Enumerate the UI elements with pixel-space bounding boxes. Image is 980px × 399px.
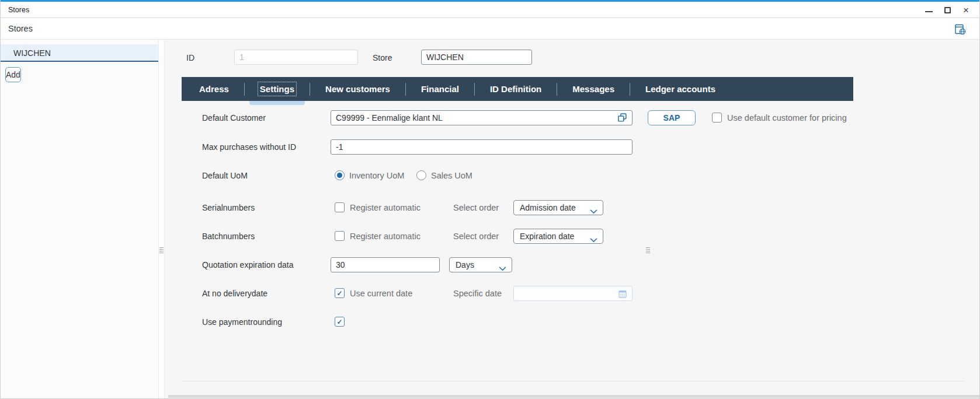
horizontal-scrollbar[interactable]	[168, 395, 979, 398]
max-purchases-input[interactable]	[331, 139, 633, 155]
pricing-checkbox[interactable]	[712, 113, 722, 123]
row-quotation-expiration: Quotation expiration data Days	[165, 257, 979, 272]
quotation-unit-dropdown[interactable]: Days	[449, 257, 512, 272]
value-help-icon[interactable]	[617, 113, 627, 125]
panel-grip-icon[interactable]	[646, 247, 650, 253]
window-title: Stores	[8, 2, 29, 18]
add-store-button[interactable]: Add	[5, 67, 21, 82]
print-icon	[954, 23, 967, 36]
row-default-uom: Default UoM Inventory UoM Sales UoM	[165, 168, 979, 183]
sidebar-splitter[interactable]	[158, 40, 165, 399]
maximize-button[interactable]	[942, 4, 953, 16]
row-no-deliverydate: At no deliverydate ✓ Use current date Sp…	[165, 286, 979, 301]
page-title: Stores	[8, 18, 33, 40]
paymentrounding-checkbox[interactable]: ✓	[335, 317, 345, 327]
pricing-checkbox-label: Use default customer for pricing	[727, 113, 847, 123]
store-input[interactable]	[421, 50, 532, 65]
serialnumbers-label: Serialnumbers	[202, 203, 255, 212]
sales-uom-label: Sales UoM	[431, 171, 472, 180]
minimize-icon	[925, 11, 933, 12]
check-icon: ✓	[336, 290, 342, 297]
row-serialnumbers: Serialnumbers Register automatic Select …	[165, 200, 979, 215]
max-purchases-label: Max purchases without ID	[202, 142, 296, 152]
default-uom-label: Default UoM	[202, 171, 248, 180]
id-label: ID	[186, 53, 194, 62]
row-default-customer: Default Customer SAP Use default custome…	[165, 110, 979, 125]
use-current-date-label: Use current date	[350, 289, 412, 298]
sales-uom-radio[interactable]	[416, 170, 426, 180]
serial-order-dropdown[interactable]: Admission date	[513, 200, 603, 215]
no-deliverydate-label: At no deliverydate	[202, 289, 267, 298]
sidebar-item-label: WIJCHEN	[13, 48, 51, 58]
specific-date-label: Specific date	[453, 289, 502, 298]
tab-bar: Adress Settings New customers Financial …	[182, 77, 853, 101]
close-icon: ×	[963, 5, 969, 15]
inventory-uom-label: Inventory UoM	[349, 171, 404, 180]
tab-ledger-accounts[interactable]: Ledger accounts	[630, 77, 731, 101]
default-customer-label: Default Customer	[202, 113, 266, 123]
splitter-grip-icon	[159, 247, 164, 253]
store-label: Store	[373, 53, 392, 62]
check-icon: ✓	[336, 318, 342, 326]
serial-register-checkbox[interactable]	[335, 202, 345, 212]
batch-register-label: Register automatic	[350, 232, 421, 241]
minimize-button[interactable]	[923, 4, 934, 16]
serial-register-label: Register automatic	[350, 203, 421, 212]
titlebar: Stores ×	[1, 2, 979, 18]
row-max-purchases: Max purchases without ID	[165, 139, 979, 155]
main-panel: ID Store Adress Settings New customers F…	[165, 40, 979, 399]
chevron-down-icon	[590, 235, 597, 245]
sap-button[interactable]: SAP	[648, 110, 696, 125]
use-current-date-checkbox[interactable]: ✓	[335, 288, 345, 298]
tab-messages[interactable]: Messages	[557, 77, 630, 101]
chevron-down-icon	[590, 206, 597, 216]
row-batchnumbers: Batchnumbers Register automatic Select o…	[165, 229, 979, 244]
stores-window: Stores × Stores WIJCHEN Add	[0, 0, 980, 399]
content-divider	[182, 381, 965, 382]
sidebar-item-wijchen[interactable]: WIJCHEN	[1, 44, 158, 62]
tab-financial[interactable]: Financial	[406, 77, 474, 101]
id-input	[234, 50, 358, 65]
print-button[interactable]	[954, 23, 967, 36]
window-body: WIJCHEN Add ID Store Adress Settings New…	[1, 40, 979, 399]
batchnumbers-label: Batchnumbers	[202, 232, 255, 241]
chevron-down-icon	[499, 263, 506, 274]
close-button[interactable]: ×	[961, 4, 971, 16]
calendar-icon	[618, 289, 627, 301]
inventory-uom-radio[interactable]	[335, 170, 345, 180]
batch-register-checkbox[interactable]	[335, 231, 345, 241]
batch-select-order-label: Select order	[453, 232, 499, 241]
quotation-expiration-label: Quotation expiration data	[202, 260, 293, 270]
specific-date-input	[513, 286, 633, 301]
default-customer-input[interactable]	[331, 110, 633, 125]
tab-adress[interactable]: Adress	[184, 77, 244, 101]
paymentrounding-label: Use paymentrounding	[202, 317, 282, 327]
quotation-expiration-input[interactable]	[331, 257, 440, 272]
app-header: Stores	[1, 18, 979, 40]
stores-sidebar: WIJCHEN Add	[1, 40, 158, 399]
tab-settings[interactable]: Settings	[245, 77, 310, 101]
window-controls: ×	[923, 2, 971, 18]
maximize-icon	[944, 7, 951, 13]
serial-select-order-label: Select order	[453, 203, 499, 212]
batch-order-dropdown[interactable]: Expiration date	[513, 229, 603, 244]
row-paymentrounding: Use paymentrounding ✓	[165, 314, 979, 330]
tab-new-customers[interactable]: New customers	[310, 77, 405, 101]
tab-id-definition[interactable]: ID Definition	[475, 77, 557, 101]
